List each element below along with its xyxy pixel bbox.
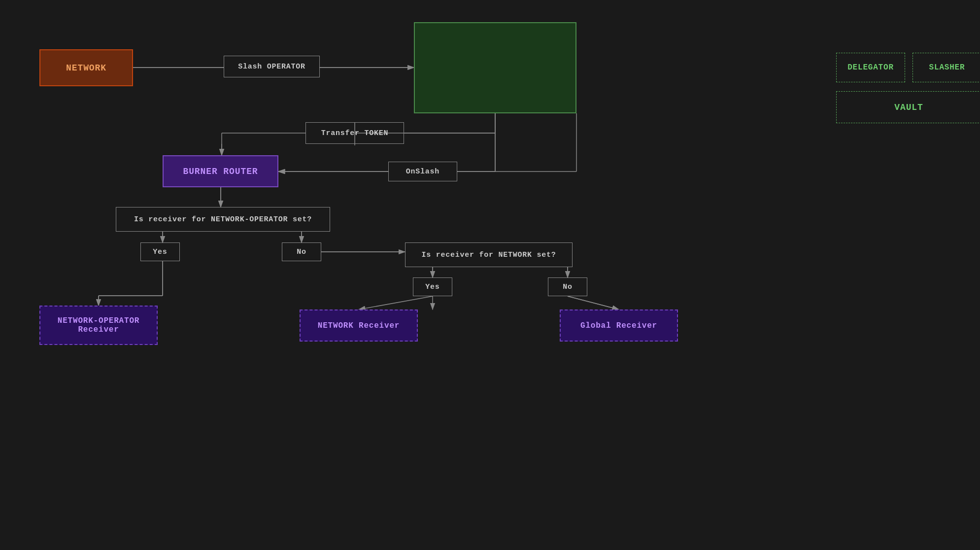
no2-label: No: [563, 283, 573, 291]
yes2-label: Yes: [425, 283, 439, 291]
no1-label: No: [297, 248, 306, 256]
question2-label: Is receiver for NETWORK set?: [421, 251, 556, 259]
yes2-node: Yes: [413, 277, 452, 296]
onslash-node: OnSlash: [388, 162, 457, 181]
burner-router-node: BURNER ROUTER: [163, 155, 278, 187]
vault-node: VAULT: [836, 91, 980, 123]
transfer-token-label: Transfer TOKEN: [321, 129, 389, 138]
network-receiver-label: NETWORK Receiver: [318, 321, 400, 330]
network-label: NETWORK: [66, 63, 106, 73]
burner-router-label: BURNER ROUTER: [183, 167, 258, 176]
slash-operator-node: Slash OPERATOR: [224, 56, 320, 77]
yes1-node: Yes: [140, 242, 180, 261]
vault-label: VAULT: [894, 103, 923, 112]
delegator-node: DELEGATOR: [836, 53, 905, 82]
svg-line-43: [568, 296, 619, 309]
global-receiver-label: Global Receiver: [580, 321, 657, 330]
question1-label: Is receiver for NETWORK-OPERATOR set?: [134, 215, 312, 224]
network-receiver-node: NETWORK Receiver: [300, 309, 418, 342]
slasher-node: SLASHER: [912, 53, 980, 82]
question2-node: Is receiver for NETWORK set?: [405, 242, 573, 267]
onslash-label: OnSlash: [406, 168, 439, 176]
network-operator-receiver-label: NETWORK-OPERATOR Receiver: [58, 316, 139, 334]
transfer-token-node: Transfer TOKEN: [305, 122, 404, 144]
diagram-container: NETWORK Slash OPERATOR DELEGATOR SLASHER…: [0, 0, 980, 550]
no2-node: No: [548, 277, 587, 296]
network-operator-receiver-node: NETWORK-OPERATOR Receiver: [39, 306, 158, 345]
vault-group-node: DELEGATOR SLASHER VAULT: [414, 22, 576, 113]
delegator-label: DELEGATOR: [847, 63, 894, 72]
network-node: NETWORK: [39, 49, 133, 86]
yes1-label: Yes: [153, 248, 167, 256]
global-receiver-node: Global Receiver: [560, 309, 678, 342]
svg-line-42: [359, 296, 433, 309]
no1-node: No: [282, 242, 321, 261]
slasher-label: SLASHER: [929, 63, 965, 72]
svg-line-22: [568, 296, 619, 309]
question1-node: Is receiver for NETWORK-OPERATOR set?: [116, 207, 330, 232]
slash-operator-label: Slash OPERATOR: [238, 63, 305, 71]
